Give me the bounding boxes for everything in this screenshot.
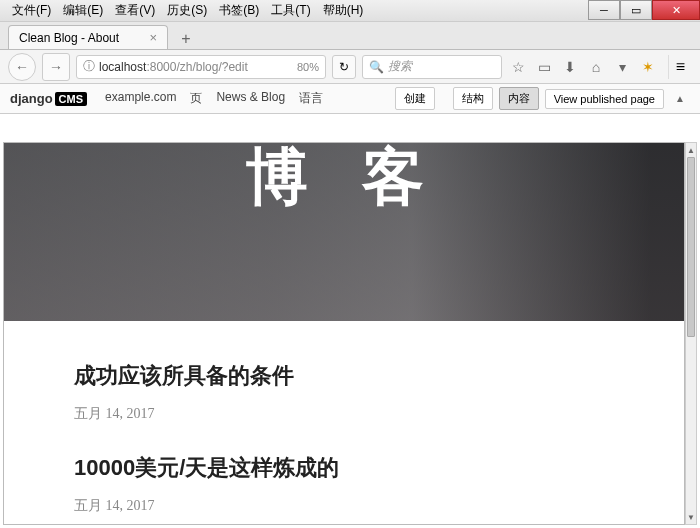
page-content: 博 客 成功应该所具备的条件 五月 14, 2017 10000美元/天是这样炼…	[3, 142, 685, 525]
vertical-scrollbar[interactable]: ▲ ▼	[685, 142, 697, 525]
post-item[interactable]: 10000美元/天是这样炼成的 五月 14, 2017	[74, 453, 614, 515]
cms-menu-page[interactable]: 页	[190, 90, 202, 107]
window-maximize[interactable]: ▭	[620, 0, 652, 20]
search-placeholder: 搜索	[388, 58, 412, 75]
home-icon[interactable]: ⌂	[586, 57, 606, 77]
hero-title: 博 客	[246, 142, 441, 219]
post-date: 五月 14, 2017	[74, 497, 614, 515]
post-title[interactable]: 10000美元/天是这样炼成的	[74, 453, 614, 483]
hero-banner: 博 客	[4, 143, 684, 321]
post-title[interactable]: 成功应该所具备的条件	[74, 361, 614, 391]
menu-tools[interactable]: 工具(T)	[265, 0, 316, 21]
url-input[interactable]: ⓘ localhost:8000/zh/blog/?edit 80%	[76, 55, 326, 79]
cms-view-published-button[interactable]: View published page	[545, 89, 664, 109]
browser-addrbar: ← → ⓘ localhost:8000/zh/blog/?edit 80% ↻…	[0, 50, 700, 84]
reader-icon[interactable]: ▭	[534, 57, 554, 77]
menu-history[interactable]: 历史(S)	[161, 0, 213, 21]
forward-button[interactable]: →	[42, 53, 70, 81]
info-icon[interactable]: ⓘ	[83, 58, 95, 75]
search-icon: 🔍	[369, 60, 384, 74]
window-minimize[interactable]: ─	[588, 0, 620, 20]
download-icon[interactable]: ⬇	[560, 57, 580, 77]
bookmark-star-icon[interactable]: ☆	[508, 57, 528, 77]
menu-file[interactable]: 文件(F)	[6, 0, 57, 21]
cms-collapse-icon[interactable]: ▲	[670, 93, 690, 104]
cms-logo[interactable]: djangoCMS	[10, 91, 87, 106]
cms-menu-language[interactable]: 语言	[299, 90, 323, 107]
menu-edit[interactable]: 编辑(E)	[57, 0, 109, 21]
tab-title: Clean Blog - About	[19, 31, 119, 45]
tab-close-icon[interactable]: ×	[149, 30, 157, 45]
browser-tab[interactable]: Clean Blog - About ×	[8, 25, 168, 49]
new-tab-button[interactable]: +	[174, 29, 198, 49]
cms-menu-site[interactable]: example.com	[105, 90, 176, 107]
post-date: 五月 14, 2017	[74, 405, 614, 423]
menu-hamburger-icon[interactable]: ≡	[668, 55, 692, 79]
cms-structure-button[interactable]: 结构	[453, 87, 493, 110]
posts-list: 成功应该所具备的条件 五月 14, 2017 10000美元/天是这样炼成的 五…	[4, 321, 684, 525]
browser-tabbar: Clean Blog - About × +	[0, 22, 700, 50]
url-host: localhost	[99, 60, 146, 74]
scroll-down-icon[interactable]: ▼	[686, 510, 696, 524]
scroll-up-icon[interactable]: ▲	[686, 143, 696, 157]
menu-help[interactable]: 帮助(H)	[317, 0, 370, 21]
window-close[interactable]: ✕	[652, 0, 700, 20]
url-path: :8000/zh/blog/?edit	[146, 60, 247, 74]
menu-bookmarks[interactable]: 书签(B)	[213, 0, 265, 21]
cms-create-button[interactable]: 创建	[395, 87, 435, 110]
back-button[interactable]: ←	[8, 53, 36, 81]
cms-menu-news[interactable]: News & Blog	[216, 90, 285, 107]
cms-content-button[interactable]: 内容	[499, 87, 539, 110]
cms-toolbar: djangoCMS example.com 页 News & Blog 语言 创…	[0, 84, 700, 114]
post-item[interactable]: 成功应该所具备的条件 五月 14, 2017	[74, 361, 614, 423]
reload-button[interactable]: ↻	[332, 55, 356, 79]
search-input[interactable]: 🔍 搜索	[362, 55, 502, 79]
browser-menubar: 文件(F) 编辑(E) 查看(V) 历史(S) 书签(B) 工具(T) 帮助(H…	[0, 0, 700, 22]
pocket-icon[interactable]: ▾	[612, 57, 632, 77]
scroll-thumb[interactable]	[687, 157, 695, 337]
zoom-level[interactable]: 80%	[297, 61, 319, 73]
extension-icon[interactable]: ✶	[638, 57, 658, 77]
menu-view[interactable]: 查看(V)	[109, 0, 161, 21]
